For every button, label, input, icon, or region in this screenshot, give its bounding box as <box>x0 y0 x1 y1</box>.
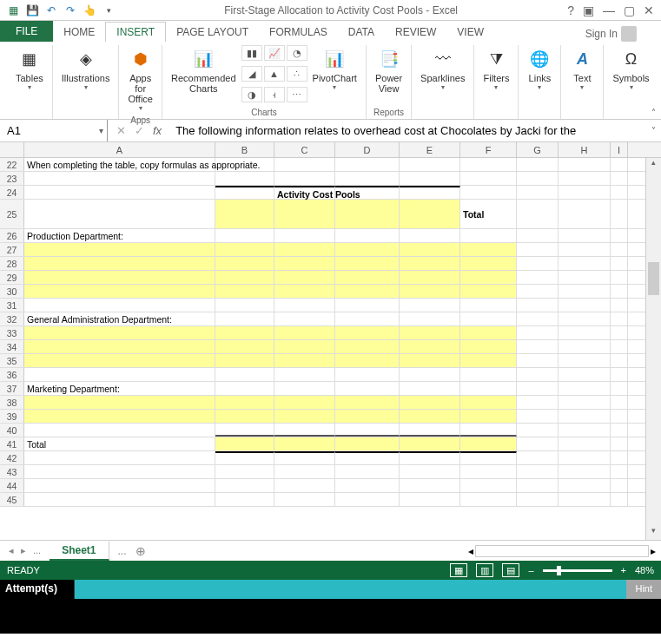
cell-G27[interactable] <box>517 243 559 256</box>
cell-D32[interactable] <box>335 312 400 325</box>
cell-H22[interactable] <box>559 158 611 171</box>
cell-D43[interactable] <box>335 465 400 478</box>
maximize-icon[interactable]: ▢ <box>624 3 635 17</box>
cell-F35[interactable] <box>460 354 517 367</box>
cell-A25[interactable] <box>24 200 215 228</box>
row-header-31[interactable]: 31 <box>0 299 24 312</box>
cell-H43[interactable] <box>559 465 611 478</box>
text-button[interactable]: AText▾ <box>566 45 598 115</box>
normal-view-icon[interactable]: ▦ <box>450 563 467 577</box>
col-A[interactable]: A <box>24 142 215 157</box>
cell-B45[interactable] <box>215 493 274 506</box>
cell-A26[interactable]: Production Department: <box>24 229 215 242</box>
cell-D22[interactable] <box>335 158 400 171</box>
cell-B24[interactable] <box>215 186 274 199</box>
cell-G29[interactable] <box>517 271 559 284</box>
cell-B32[interactable] <box>215 312 274 325</box>
col-G[interactable]: G <box>517 142 559 157</box>
cell-D33[interactable] <box>335 326 400 339</box>
cell-D31[interactable] <box>335 299 400 312</box>
cell-C45[interactable] <box>274 493 335 506</box>
cell-H34[interactable] <box>559 340 611 353</box>
cell-B35[interactable] <box>215 354 274 367</box>
scroll-down-icon[interactable]: ▾ <box>646 526 661 540</box>
cell-B26[interactable] <box>215 229 274 242</box>
cell-H41[interactable] <box>559 437 611 450</box>
line-chart-icon[interactable]: 📈 <box>264 45 285 61</box>
row-header-38[interactable]: 38 <box>0 396 24 409</box>
col-D[interactable]: D <box>335 142 400 157</box>
cell-C36[interactable] <box>274 368 335 381</box>
cell-G41[interactable] <box>517 437 559 450</box>
cell-B33[interactable] <box>215 326 274 339</box>
cell-A38[interactable] <box>24 396 215 409</box>
cell-A35[interactable] <box>24 354 215 367</box>
row-header-41[interactable]: 41 <box>0 437 24 450</box>
cell-C43[interactable] <box>274 465 335 478</box>
row-header-39[interactable]: 39 <box>0 410 24 423</box>
minimize-icon[interactable]: — <box>603 3 615 17</box>
tables-button[interactable]: ▦Tables▾ <box>12 45 47 115</box>
cell-B37[interactable] <box>215 382 274 395</box>
cell-A30[interactable] <box>24 285 215 298</box>
tab-data[interactable]: DATA <box>338 23 385 42</box>
row-header-28[interactable]: 28 <box>0 257 24 270</box>
cell-C32[interactable] <box>274 312 335 325</box>
cell-E45[interactable] <box>400 493 460 506</box>
cell-C22[interactable] <box>274 158 335 171</box>
cell-I31[interactable] <box>611 299 628 312</box>
cell-B41[interactable] <box>215 437 274 450</box>
pie-chart-icon[interactable]: ◔ <box>287 45 307 61</box>
cell-I39[interactable] <box>611 410 628 423</box>
cell-F28[interactable] <box>460 257 517 270</box>
row-header-27[interactable]: 27 <box>0 243 24 256</box>
cell-D38[interactable] <box>335 396 400 409</box>
cell-F33[interactable] <box>460 326 517 339</box>
cell-E23[interactable] <box>400 172 460 185</box>
cell-F34[interactable] <box>460 340 517 353</box>
cell-H44[interactable] <box>559 479 611 492</box>
namebox-dropdown-icon[interactable]: ▾ <box>99 126 103 135</box>
cell-A33[interactable] <box>24 326 215 339</box>
cell-G22[interactable] <box>517 158 559 171</box>
row-header-34[interactable]: 34 <box>0 340 24 353</box>
cell-C30[interactable] <box>274 285 335 298</box>
cell-E41[interactable] <box>400 437 460 450</box>
name-box[interactable]: A1 ▾ <box>0 120 108 141</box>
cell-C40[interactable] <box>274 424 335 437</box>
col-H[interactable]: H <box>559 142 611 157</box>
cell-H23[interactable] <box>559 172 611 185</box>
undo-icon[interactable]: ↶ <box>43 3 59 18</box>
sheet-next-icon[interactable]: ▸ <box>21 545 26 556</box>
cell-D36[interactable] <box>335 368 400 381</box>
cell-I34[interactable] <box>611 340 628 353</box>
cell-B40[interactable] <box>215 424 274 437</box>
cell-I43[interactable] <box>611 465 628 478</box>
tab-home[interactable]: HOME <box>53 23 105 42</box>
cell-E36[interactable] <box>400 368 460 381</box>
cell-F45[interactable] <box>460 493 517 506</box>
cell-B30[interactable] <box>215 285 274 298</box>
row-header-22[interactable]: 22 <box>0 158 24 171</box>
cell-A32[interactable]: General Administration Department: <box>24 312 215 325</box>
cell-I24[interactable] <box>611 186 628 199</box>
cell-G42[interactable] <box>517 451 559 464</box>
cell-A27[interactable] <box>24 243 215 256</box>
cell-B42[interactable] <box>215 451 274 464</box>
scroll-thumb[interactable] <box>648 262 659 295</box>
cell-I45[interactable] <box>611 493 628 506</box>
cell-H38[interactable] <box>559 396 611 409</box>
cell-G23[interactable] <box>517 172 559 185</box>
cell-G37[interactable] <box>517 382 559 395</box>
hscroll-left-icon[interactable]: ◂ <box>468 545 473 557</box>
hscroll-right-icon[interactable]: ▸ <box>651 545 656 557</box>
cell-B44[interactable] <box>215 479 274 492</box>
cell-B25[interactable] <box>215 200 274 228</box>
cell-F30[interactable] <box>460 285 517 298</box>
cell-G36[interactable] <box>517 368 559 381</box>
cell-H40[interactable] <box>559 424 611 437</box>
cell-B22[interactable] <box>215 158 274 171</box>
cell-D29[interactable] <box>335 271 400 284</box>
cell-C31[interactable] <box>274 299 335 312</box>
cell-F26[interactable] <box>460 229 517 242</box>
